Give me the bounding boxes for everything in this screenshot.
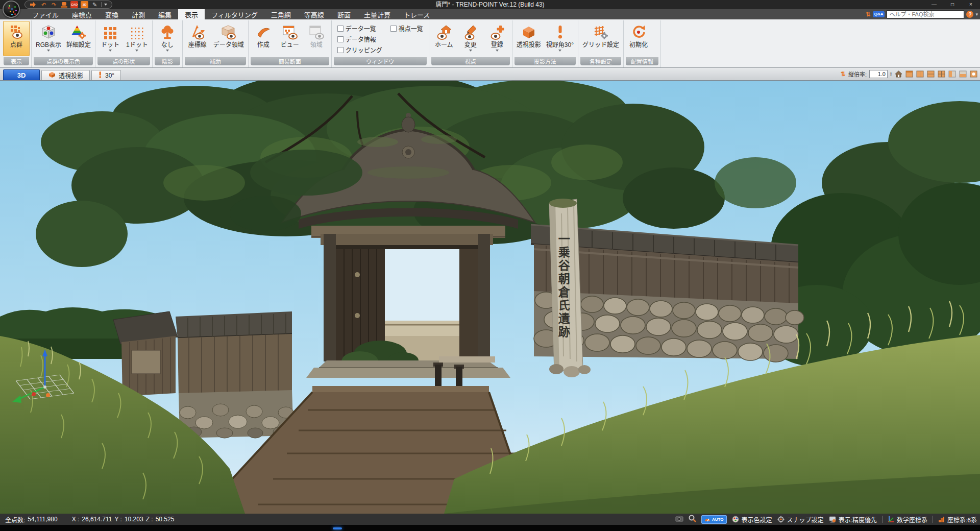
tab-coordinate-points[interactable]: 座標点 (65, 9, 99, 19)
ribbon-group-point-shape: ドット 1ドット 点の形状 (95, 20, 153, 67)
help-icon[interactable]: ? (966, 11, 973, 18)
initialize-button[interactable]: 初期化 (625, 21, 652, 56)
data-area-button[interactable]: データ領域 (211, 21, 247, 56)
point-cloud-button[interactable]: 点群 (3, 21, 30, 56)
checkbox-clipping[interactable]: クリッピング (337, 45, 382, 54)
checkbox-data-info[interactable]: データ情報 (337, 35, 382, 43)
viewport-tool-icon-2[interactable] (916, 70, 924, 78)
x-axis-dot (32, 392, 36, 396)
checkbox-label: データ情報 (346, 35, 376, 43)
help-search-input[interactable] (887, 10, 964, 18)
chevron-down-icon[interactable]: ▾ (975, 12, 978, 17)
viewpoint-register-button[interactable]: 登録 (484, 21, 510, 56)
tab-trace[interactable]: トレース (397, 9, 436, 19)
3d-export-icon[interactable]: 3D (81, 1, 88, 8)
tab-volume[interactable]: 土量計算 (357, 9, 397, 19)
viewpoint-change-button[interactable]: 変更 (457, 21, 484, 56)
vscale-input[interactable]: 1.0 (869, 70, 888, 78)
axis-icon (888, 516, 894, 523)
projection-toggle-button[interactable]: 透視投影 (41, 70, 90, 80)
tree-icon (160, 22, 175, 42)
viewport-tool-icon-6[interactable] (959, 70, 967, 78)
ribbon-group-label: 陰影 (155, 57, 180, 65)
tab-filtering[interactable]: フィルタリング (205, 9, 264, 19)
button-label: 1ドット (126, 42, 148, 49)
register-icon[interactable] (60, 1, 68, 8)
section-area-icon (309, 22, 324, 42)
viewport-tool-icon-1[interactable] (905, 70, 913, 78)
rgb-display-button[interactable]: RGB表示 (33, 21, 64, 56)
coordinate-lines-button[interactable]: 座標線 (184, 21, 211, 56)
dropdown-arrow-icon (469, 50, 472, 52)
home-view-icon[interactable] (894, 70, 902, 78)
ribbon-group-label: ウィンドウ (334, 57, 427, 65)
viewport-3d[interactable]: 一乗谷朝倉氏遺跡 (0, 81, 980, 514)
qa-badge-icon[interactable]: Q&A (873, 11, 885, 17)
vscale-spinner[interactable]: ▴ ▾ (890, 71, 892, 77)
checkbox-viewpoint-list[interactable]: 視点一覧 (390, 24, 423, 33)
display-mode-button[interactable]: 表示:精度優先 (829, 515, 877, 524)
app-logo[interactable] (3, 1, 20, 18)
overhanging-foliage (250, 150, 362, 196)
spin-down-icon[interactable]: ▾ (890, 74, 892, 77)
coord-y-label: Y : (114, 516, 121, 523)
cad-export-icon[interactable]: CAD (70, 1, 78, 8)
status-item-label: 表示色設定 (742, 515, 772, 524)
one-dot-button[interactable]: 1ドット (124, 21, 151, 56)
snap-settings-button[interactable]: スナップ設定 (777, 515, 824, 524)
snapshot-icon[interactable] (675, 515, 683, 523)
roof-ornament (402, 117, 415, 132)
viewport-tool-icon-5[interactable] (948, 70, 956, 78)
import-icon[interactable] (30, 1, 37, 8)
display-color-settings-button[interactable]: 表示色設定 (732, 515, 772, 524)
checkbox-data-list[interactable]: データ一覧 (337, 24, 382, 33)
dropdown-arrow-icon (558, 50, 561, 52)
section-create-button[interactable]: 作成 (250, 21, 277, 56)
close-button[interactable]: × (962, 0, 980, 9)
undo-icon[interactable]: ↶ (40, 1, 47, 8)
ribbon-group-label: 点群の表示色 (34, 57, 93, 65)
tab-file[interactable]: ファイル (26, 9, 65, 19)
viewpoint-home-button[interactable]: ホーム (431, 21, 457, 56)
viewport-tool-icon-3[interactable] (926, 70, 935, 78)
tab-contour[interactable]: 等高線 (298, 9, 331, 19)
tab-3d[interactable]: 3D (3, 69, 40, 80)
tab-display[interactable]: 表示 (178, 9, 205, 19)
maximize-button[interactable]: □ (943, 0, 962, 9)
change-view-icon (463, 22, 478, 42)
tab-measure[interactable]: 計測 (125, 9, 152, 19)
tab-edit[interactable]: 編集 (152, 9, 178, 19)
auto-mode-button[interactable]: AUTO (701, 515, 727, 524)
dot-button[interactable]: ドット (97, 21, 124, 56)
detail-settings-button[interactable]: 詳細設定 (64, 21, 93, 56)
button-label: なし (161, 42, 174, 49)
viewport-tool-icon-4[interactable] (937, 70, 945, 78)
window-title: 唐門* - TREND-POINT Ver.12 (Build 43) (153, 0, 827, 9)
shading-none-button[interactable]: なし (154, 21, 181, 56)
vscale-sort-icon[interactable]: ⇅ (841, 71, 846, 77)
minimize-button[interactable]: — (925, 0, 943, 9)
tab-section[interactable]: 断面 (331, 9, 357, 19)
inspect-icon[interactable] (689, 515, 696, 524)
qat-customize-icon[interactable] (104, 4, 107, 6)
tab-transform[interactable]: 変換 (99, 9, 125, 19)
perspective-mini-icon (48, 71, 56, 80)
section-view-button[interactable]: ビュー (277, 21, 303, 56)
grid-settings-button[interactable]: グリッド設定 (580, 21, 622, 56)
dropdown-arrow-icon (135, 50, 138, 52)
taskbar-hint[interactable] (333, 527, 342, 529)
sort-icon[interactable]: ⇅ (866, 11, 871, 17)
tab-tin[interactable]: 三角網 (264, 9, 298, 19)
total-points-value: 54,111,980 (28, 516, 57, 523)
fov-toggle-button[interactable]: 30° (91, 70, 121, 80)
viewport-tool-icon-7[interactable] (969, 70, 977, 78)
button-label: 詳細設定 (66, 42, 91, 49)
redo-icon[interactable]: ↷ (50, 1, 58, 8)
exclamation-icon (552, 22, 568, 42)
coord-system-button[interactable]: 座標系:6系 (938, 515, 977, 524)
perspective-projection-button[interactable]: 透視投影 (514, 21, 544, 56)
fov-30-button[interactable]: 視野角30° (544, 21, 576, 56)
annotation-pen-icon[interactable]: ✎ (91, 1, 99, 8)
math-coord-system-button[interactable]: 数学座標系 (888, 515, 927, 524)
bottom-strip (0, 525, 980, 531)
